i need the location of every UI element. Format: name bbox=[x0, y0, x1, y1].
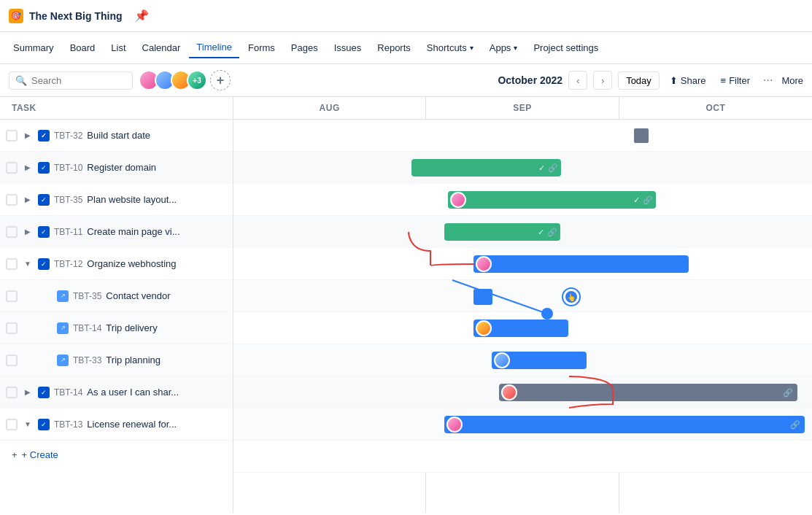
task-name-8[interactable]: As a user I can shar... bbox=[87, 387, 179, 398]
nav-pages[interactable]: Pages bbox=[284, 38, 325, 58]
task-icon-5: ↗ bbox=[57, 290, 69, 302]
toolbar: 🔍 +3 + October 2022 ‹ › Today ⬆ Share ≡ … bbox=[0, 64, 812, 97]
more-label: More bbox=[781, 75, 803, 86]
task-icon-0: ✓ bbox=[38, 130, 50, 142]
gantt-bar-5-small[interactable] bbox=[473, 289, 492, 305]
gantt-bar-8[interactable]: 🔗 bbox=[499, 384, 797, 401]
task-name-6[interactable]: Trip delivery bbox=[106, 322, 157, 333]
link-icon-3: 🔗 bbox=[547, 228, 557, 237]
expand-btn-0[interactable]: ▶ bbox=[22, 130, 34, 142]
task-name-9[interactable]: License renewal for... bbox=[87, 419, 177, 430]
row-checkbox-8[interactable] bbox=[6, 387, 18, 398]
task-row: ▶ ✓ TBT-11 Create main page vi... bbox=[0, 216, 233, 248]
task-icon-2: ✓ bbox=[38, 194, 50, 206]
bar-avatar-9 bbox=[446, 417, 463, 433]
gantt-bar-6[interactable] bbox=[473, 320, 568, 337]
nav-timeline[interactable]: Timeline bbox=[189, 37, 239, 58]
gantt-bar-3[interactable]: ✓ 🔗 bbox=[444, 223, 560, 241]
row-checkbox-1[interactable] bbox=[6, 162, 18, 174]
bar-avatar-7 bbox=[494, 352, 510, 368]
nav-shortcuts[interactable]: Shortcuts bbox=[419, 38, 481, 58]
row-checkbox-6[interactable] bbox=[6, 322, 18, 334]
task-row: ▼ ✓ TBT-12 Organize webhosting bbox=[0, 248, 233, 280]
expand-btn-4[interactable]: ▼ bbox=[22, 258, 34, 270]
bar-avatar-8 bbox=[501, 384, 517, 400]
task-id-0: TBT-32 bbox=[54, 131, 82, 141]
expand-btn-1[interactable]: ▶ bbox=[22, 162, 34, 174]
task-name-2[interactable]: Plan website layout... bbox=[87, 194, 177, 205]
date-navigator: October 2022 ‹ › bbox=[498, 71, 612, 90]
search-input[interactable] bbox=[31, 75, 126, 86]
nav-board[interactable]: Board bbox=[63, 38, 103, 58]
task-row: ↗ TBT-33 Trip planning bbox=[0, 344, 233, 376]
bar-avatar-2 bbox=[450, 192, 466, 208]
bar-avatar-4 bbox=[476, 256, 492, 272]
gantt-row-6 bbox=[233, 312, 812, 344]
share-button[interactable]: ⬆ Share bbox=[665, 72, 711, 89]
share-icon: ⬆ bbox=[670, 75, 678, 86]
nav-issues[interactable]: Issues bbox=[327, 38, 369, 58]
gantt-bar-9[interactable]: 🔗 bbox=[444, 416, 805, 433]
nav-forms[interactable]: Forms bbox=[241, 38, 282, 58]
expand-btn-8[interactable]: ▶ bbox=[22, 387, 34, 398]
gantt-row-5: 👆 bbox=[233, 280, 812, 312]
row-checkbox-0[interactable] bbox=[6, 130, 18, 142]
bar-avatar-6 bbox=[476, 320, 492, 336]
nav-summary[interactable]: Summary bbox=[6, 38, 61, 58]
row-checkbox-4[interactable] bbox=[6, 258, 18, 270]
gantt-bar-7[interactable] bbox=[492, 352, 587, 369]
filter-icon: ≡ bbox=[721, 75, 727, 86]
task-name-4[interactable]: Organize webhosting bbox=[87, 258, 176, 269]
task-name-1[interactable]: Register domain bbox=[87, 162, 156, 173]
gantt-row-9: 🔗 bbox=[233, 408, 812, 441]
task-id-7: TBT-33 bbox=[73, 355, 101, 365]
row-checkbox-9[interactable] bbox=[6, 419, 18, 430]
gantt-area: ✓ 🔗 ✓ 🔗 ✓ bbox=[233, 120, 812, 513]
nav-calendar[interactable]: Calendar bbox=[135, 38, 188, 58]
gantt-row-create bbox=[233, 441, 812, 473]
task-row: ↗ TBT-14 Trip delivery bbox=[0, 312, 233, 344]
task-name-3[interactable]: Create main page vi... bbox=[87, 226, 179, 237]
next-month-button[interactable]: › bbox=[593, 71, 612, 90]
drag-handle-5[interactable]: 👆 bbox=[563, 289, 579, 305]
task-name-7[interactable]: Trip planning bbox=[106, 355, 161, 365]
gantt-header: AUG SEP OCT bbox=[233, 97, 812, 119]
more-button[interactable]: ··· bbox=[760, 71, 776, 90]
expand-btn-3[interactable]: ▶ bbox=[22, 226, 34, 238]
check-icon-2: ✓ bbox=[633, 195, 640, 205]
gantt-bar-1[interactable]: ✓ 🔗 bbox=[411, 159, 560, 177]
search-box[interactable]: 🔍 bbox=[9, 71, 133, 90]
avatar-4[interactable]: +3 bbox=[187, 70, 207, 90]
expand-btn-9[interactable]: ▼ bbox=[22, 419, 34, 430]
gantt-bar-4[interactable] bbox=[473, 255, 688, 273]
search-icon: 🔍 bbox=[15, 75, 27, 86]
row-checkbox-2[interactable] bbox=[6, 194, 18, 206]
nav-reports[interactable]: Reports bbox=[370, 38, 418, 58]
month-aug: AUG bbox=[233, 97, 426, 119]
today-button[interactable]: Today bbox=[618, 71, 660, 90]
nav-list[interactable]: List bbox=[104, 38, 133, 58]
check-icon-1: ✓ bbox=[538, 163, 545, 173]
row-checkbox-5[interactable] bbox=[6, 290, 18, 302]
create-button[interactable]: + + Create bbox=[0, 441, 233, 469]
task-icon-6: ↗ bbox=[57, 322, 69, 334]
filter-button[interactable]: ≡ Filter bbox=[716, 72, 754, 89]
expand-btn-2[interactable]: ▶ bbox=[22, 194, 34, 206]
prev-month-button[interactable]: ‹ bbox=[568, 71, 587, 90]
timeline-body: ▶ ✓ TBT-32 Build start date ▶ ✓ TBT-10 R… bbox=[0, 120, 812, 513]
nav-project-settings[interactable]: Project settings bbox=[526, 38, 606, 58]
nav-apps[interactable]: Apps bbox=[482, 38, 525, 58]
row-checkbox-7[interactable] bbox=[6, 355, 18, 366]
task-name-0[interactable]: Build start date bbox=[87, 130, 150, 141]
add-member-button[interactable]: + bbox=[210, 70, 231, 90]
top-bar: 🎯 The Next Big Thing 📌 bbox=[0, 0, 812, 32]
task-id-9: TBT-13 bbox=[54, 419, 82, 430]
gantt-row-0 bbox=[233, 120, 812, 152]
gantt-row-1: ✓ 🔗 bbox=[233, 152, 812, 184]
task-name-5[interactable]: Contact vendor bbox=[106, 290, 170, 301]
pin-icon: 📌 bbox=[134, 9, 149, 23]
gantt-row-4 bbox=[233, 248, 812, 280]
row-checkbox-3[interactable] bbox=[6, 226, 18, 238]
gantt-bar-2[interactable]: ✓ 🔗 bbox=[448, 191, 655, 209]
task-row: ▶ ✓ TBT-14 As a user I can shar... bbox=[0, 376, 233, 408]
